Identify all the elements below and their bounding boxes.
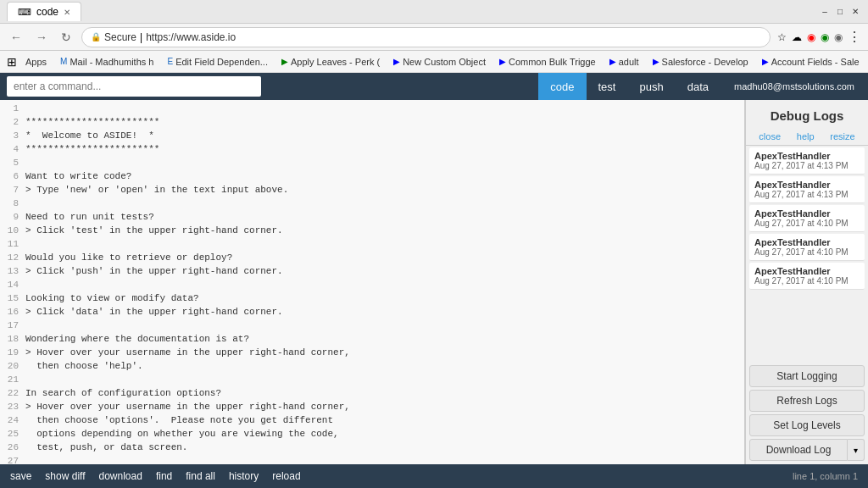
debug-log-item[interactable]: ApexTestHandlerAug 27, 2017 at 4:13 PM bbox=[749, 176, 865, 203]
command-input[interactable] bbox=[7, 76, 261, 97]
command-dropdown-icon[interactable]: ▾ bbox=[251, 80, 257, 93]
debug-log-date: Aug 27, 2017 at 4:13 PM bbox=[754, 161, 860, 170]
line-content: ************************ bbox=[25, 117, 744, 127]
line-content: Wondering where the documentation is at? bbox=[25, 334, 744, 344]
line-number: 7 bbox=[0, 185, 25, 195]
bookmark-apply-leaves[interactable]: ▶ Apply Leaves - Perk ( bbox=[276, 55, 385, 69]
line-content: > Click 'data' in the upper right-hand c… bbox=[25, 307, 744, 317]
bottom-find-button[interactable]: find bbox=[156, 470, 172, 482]
minimize-button[interactable]: – bbox=[819, 6, 831, 18]
line-content: Want to write code? bbox=[25, 171, 744, 181]
code-line: 19> Hover over your username in the uppe… bbox=[0, 347, 744, 361]
debug-help-link[interactable]: help bbox=[797, 131, 815, 141]
line-number: 24 bbox=[0, 415, 25, 425]
tab-push[interactable]: push bbox=[627, 73, 675, 100]
debug-log-item[interactable]: ApexTestHandlerAug 27, 2017 at 4:13 PM bbox=[749, 147, 865, 175]
main-layout: 12************************3* Welcome to … bbox=[0, 100, 868, 464]
debug-log-item[interactable]: ApexTestHandlerAug 27, 2017 at 4:10 PM bbox=[749, 263, 865, 290]
debug-resize-link[interactable]: resize bbox=[830, 131, 854, 141]
code-line: 2************************ bbox=[0, 117, 744, 130]
close-button[interactable]: ✕ bbox=[849, 6, 861, 18]
line-content: > Type 'new' or 'open' in the text input… bbox=[25, 185, 744, 195]
line-number: 23 bbox=[0, 402, 25, 412]
set-log-levels-button[interactable]: Set Log Levels bbox=[749, 414, 865, 436]
bookmark-new-custom[interactable]: ▶ New Custom Object bbox=[388, 55, 491, 69]
bottom-reload-button[interactable]: reload bbox=[272, 470, 300, 482]
maximize-button[interactable]: □ bbox=[834, 6, 846, 18]
bookmark-edit-field[interactable]: E Edit Field Dependen... bbox=[162, 55, 273, 69]
line-number: 21 bbox=[0, 374, 25, 385]
bookmark-common-bulk[interactable]: ▶ Common Bulk Trigge bbox=[494, 55, 601, 69]
address-url: https://www.aside.io bbox=[146, 31, 236, 43]
code-editor[interactable]: 12************************3* Welcome to … bbox=[0, 100, 745, 464]
tab-test[interactable]: test bbox=[587, 73, 628, 100]
line-content: Would you like to retrieve or deploy? bbox=[25, 252, 744, 263]
bottom-download-button[interactable]: download bbox=[99, 470, 142, 482]
code-line: 13> Click 'push' in the upper right-hand… bbox=[0, 266, 744, 280]
line-content: options depending on whether you are vie… bbox=[25, 429, 744, 439]
bottom-find-all-button[interactable]: find all bbox=[186, 470, 215, 482]
bottom-bar: saveshow diffdownloadfindfind allhistory… bbox=[0, 464, 868, 488]
code-line: 6Want to write code? bbox=[0, 171, 744, 185]
download-log-button[interactable]: Download Log bbox=[749, 439, 848, 461]
ext-icon-3[interactable]: ◉ bbox=[834, 31, 843, 43]
line-number: 22 bbox=[0, 388, 25, 398]
bookmark-mail[interactable]: M Mail - Madhumiths h bbox=[55, 55, 159, 69]
debug-close-link[interactable]: close bbox=[759, 131, 781, 141]
user-email: madhu08@mstsolutions.com bbox=[727, 81, 861, 92]
line-number: 11 bbox=[0, 239, 25, 249]
bookmark-adult[interactable]: ▶ adult bbox=[604, 55, 644, 69]
line-content: > Hover over your username in the upper … bbox=[25, 347, 744, 358]
debug-log-item[interactable]: ApexTestHandlerAug 27, 2017 at 4:10 PM bbox=[749, 205, 865, 232]
line-content: * Welcome to ASIDE! * bbox=[25, 130, 744, 141]
bottom-show-diff-button[interactable]: show diff bbox=[45, 470, 85, 482]
line-number: 18 bbox=[0, 334, 25, 344]
bookmark-salesforce[interactable]: ▶ Salesforce - Develop bbox=[648, 55, 754, 69]
address-bar[interactable]: 🔒 Secure | https://www.aside.io bbox=[81, 27, 771, 47]
line-number: 5 bbox=[0, 158, 25, 168]
menu-icon[interactable]: ⋮ bbox=[848, 29, 861, 45]
debug-logs-title: Debug Logs bbox=[746, 100, 868, 128]
code-line: 14 bbox=[0, 280, 744, 293]
start-logging-button[interactable]: Start Logging bbox=[749, 365, 865, 387]
tab-title: code bbox=[36, 6, 58, 18]
tab-close-button[interactable]: ✕ bbox=[64, 8, 70, 17]
line-number: 1 bbox=[0, 103, 25, 114]
download-log-dropdown[interactable]: ▾ bbox=[848, 439, 865, 461]
line-number: 3 bbox=[0, 130, 25, 141]
tab-icon: ⌨ bbox=[18, 7, 31, 18]
debug-log-date: Aug 27, 2017 at 4:10 PM bbox=[754, 219, 860, 228]
tab-data[interactable]: data bbox=[676, 73, 721, 100]
line-content: > Click 'push' in the upper right-hand c… bbox=[25, 266, 744, 276]
tab-code[interactable]: code bbox=[538, 73, 586, 100]
line-number: 9 bbox=[0, 212, 25, 222]
bottom-history-button[interactable]: history bbox=[229, 470, 259, 482]
debug-log-date: Aug 27, 2017 at 4:13 PM bbox=[754, 190, 860, 199]
cloud-icon[interactable]: ☁ bbox=[792, 31, 802, 43]
bookmark-account-fields[interactable]: ▶ Account Fields - Sale bbox=[757, 55, 865, 69]
line-number: 2 bbox=[0, 117, 25, 127]
forward-button[interactable]: → bbox=[32, 29, 51, 46]
line-number: 12 bbox=[0, 252, 25, 263]
debug-log-item[interactable]: ApexTestHandlerAug 27, 2017 at 4:10 PM bbox=[749, 234, 865, 261]
code-line: 26 test, push, or data screen. bbox=[0, 442, 744, 456]
active-tab[interactable]: ⌨ code ✕ bbox=[7, 2, 81, 21]
refresh-button[interactable]: ↻ bbox=[58, 29, 75, 46]
browser-controls: ← → ↻ 🔒 Secure | https://www.aside.io ☆ … bbox=[0, 24, 868, 51]
ext-icon-2[interactable]: ◉ bbox=[821, 31, 829, 43]
browser-extra-icons: ☆ ☁ ◉ ◉ ◉ ⋮ bbox=[777, 29, 861, 45]
bookmark-apps[interactable]: Apps bbox=[20, 55, 52, 69]
ext-icon-1[interactable]: ◉ bbox=[807, 31, 815, 43]
debug-log-name: ApexTestHandler bbox=[754, 180, 860, 190]
code-line: 27 bbox=[0, 456, 744, 464]
back-button[interactable]: ← bbox=[7, 29, 25, 46]
debug-log-name: ApexTestHandler bbox=[754, 237, 860, 247]
code-line: 22In search of configuration options? bbox=[0, 388, 744, 402]
star-icon[interactable]: ☆ bbox=[777, 31, 787, 43]
bottom-save-button[interactable]: save bbox=[10, 470, 31, 482]
line-content: In search of configuration options? bbox=[25, 388, 744, 398]
code-line: 24 then choose 'options'. Please note yo… bbox=[0, 415, 744, 429]
refresh-logs-button[interactable]: Refresh Logs bbox=[749, 390, 865, 412]
secure-icon: 🔒 bbox=[91, 32, 101, 42]
code-line: 8 bbox=[0, 198, 744, 212]
